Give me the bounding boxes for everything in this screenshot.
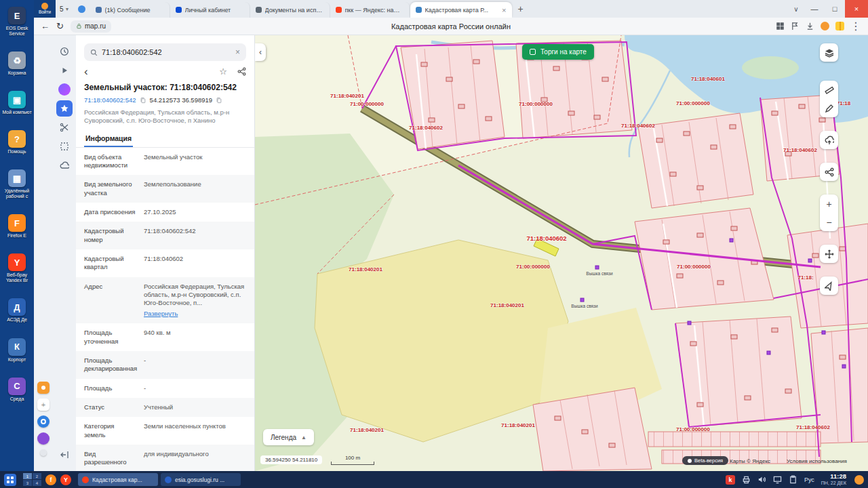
tray-edge-icon[interactable]	[854, 475, 864, 485]
dock-orange-icon[interactable]	[37, 382, 50, 394]
dock-target-icon[interactable]	[37, 415, 50, 428]
dock-add-icon[interactable]: +	[37, 399, 50, 411]
app-launcher-icon[interactable]	[4, 474, 16, 486]
tab-count: 5	[60, 5, 64, 13]
browser-tab[interactable]: Личный кабинет	[170, 2, 250, 18]
tab-information[interactable]: Информация	[84, 130, 133, 147]
page-title: Кадастровая карта России онлайн	[34, 22, 868, 30]
clipboard-icon[interactable]	[789, 475, 797, 484]
cadastral-map[interactable]: 71:18:04020171:00:00000071:18:04060271:0…	[255, 35, 868, 471]
volume-icon[interactable]	[757, 475, 766, 484]
search-box[interactable]: ×	[84, 43, 246, 61]
gift-icon[interactable]	[835, 22, 844, 30]
desktop-icon-yandex-browser[interactable]: YВеб-брау Yandex Br	[1, 253, 33, 283]
back-icon[interactable]: ←	[41, 21, 50, 31]
pinned-tab[interactable]	[74, 1, 90, 16]
address-bar[interactable]: map.ru	[71, 20, 111, 33]
workspace-3[interactable]: 3	[23, 480, 32, 486]
copy-icon[interactable]	[140, 97, 146, 104]
panel-nav: ‹ ☆	[76, 64, 254, 79]
zoom-in-button[interactable]: +	[820, 195, 838, 213]
locate-icon[interactable]	[820, 277, 838, 295]
taskbar-window-button[interactable]: esia.gosuslugi.ru ...	[161, 473, 241, 486]
close-button[interactable]: ×	[845, 0, 868, 18]
extensions-icon[interactable]	[776, 22, 785, 30]
zoom-out-button[interactable]: −	[820, 213, 838, 231]
upload-icon[interactable]	[820, 131, 838, 149]
desktop-icon-firefox[interactable]: FFirefox E	[1, 214, 33, 239]
scissors-icon[interactable]	[56, 119, 73, 136]
downloads-icon[interactable]	[806, 22, 814, 30]
date-text: ПН, 22 ДЕК	[821, 481, 846, 486]
cadastral-number-link[interactable]: 71:18:040602:542	[84, 96, 136, 104]
display-icon[interactable]	[773, 475, 782, 484]
torgi-checkbox[interactable]	[530, 49, 536, 55]
favorites-star-icon[interactable]	[56, 100, 73, 117]
browser-tab[interactable]: Документы на исполнени	[250, 2, 330, 18]
terms-link[interactable]: Условия использования	[787, 458, 847, 464]
tab-title: Личный кабинет	[185, 7, 244, 14]
desktop-icon-remote-desktop[interactable]: ▦Удалённый рабочий с	[1, 169, 33, 199]
info-row-label: Кадастровый квартал	[84, 255, 144, 272]
favorite-star-icon[interactable]: ☆	[219, 66, 227, 77]
torgi-na-karte-button[interactable]: Торги на карте	[522, 44, 594, 60]
desktop-icon-help[interactable]: ?Помощь	[1, 130, 33, 155]
screenshot-area-icon[interactable]	[56, 138, 73, 155]
browser-tab[interactable]: пкк — Яндекс: нашлось	[330, 2, 410, 18]
pan-icon[interactable]	[820, 245, 838, 263]
tab-counter-button[interactable]: 5 ▼	[56, 5, 74, 13]
play-icon[interactable]	[56, 62, 73, 79]
map-share-icon[interactable]	[820, 163, 838, 181]
desktop-icon-sreda[interactable]: ССреда	[1, 378, 33, 402]
copy-icon[interactable]	[216, 97, 222, 104]
legend-button[interactable]: Легенда ▲	[263, 429, 314, 445]
clock[interactable]: 11:28 ПН, 22 ДЕК	[821, 473, 846, 486]
pencil-icon[interactable]	[820, 99, 838, 117]
desktop-icon-my-computer[interactable]: ▣Мой компьют	[1, 91, 33, 115]
tab-search-icon[interactable]: ∨	[788, 5, 804, 13]
remote-desktop-icon: ▦	[8, 169, 26, 187]
alice-assistant-icon[interactable]	[56, 81, 73, 98]
desktop-icon-eos[interactable]: EEOS Desk Service	[1, 7, 33, 37]
language-indicator[interactable]: Рус	[804, 476, 814, 483]
collapse-panel-button[interactable]: ‹	[255, 43, 266, 61]
cadastral-quarter-label: 71:00:000000	[516, 264, 550, 270]
workspace-2[interactable]: 2	[33, 473, 41, 479]
hide-panel-icon[interactable]	[56, 447, 73, 463]
info-row: Дата присвоения27.10.2025	[76, 203, 254, 222]
cloud-icon[interactable]	[56, 157, 73, 174]
layers-icon[interactable]	[820, 43, 838, 62]
profile-avatar-icon[interactable]	[821, 22, 829, 30]
workspace-4[interactable]: 4	[33, 480, 41, 486]
dock-dot-icon[interactable]	[40, 449, 47, 456]
desktop-icon-label: Помощь	[1, 149, 33, 155]
yandex-taskbar-icon[interactable]: Y	[60, 474, 71, 485]
share-icon[interactable]	[237, 67, 246, 76]
workspace-1[interactable]: 1	[23, 473, 32, 479]
panel-back-button[interactable]: ‹	[84, 66, 88, 77]
profile-login-button[interactable]: Войти	[34, 0, 56, 18]
bookmark-flag-icon[interactable]	[791, 22, 800, 30]
maximize-button[interactable]: □	[825, 0, 845, 18]
menu-dots-icon[interactable]: ⋮	[850, 20, 861, 33]
search-input[interactable]	[102, 48, 231, 56]
desktop-icon-korport[interactable]: ККорпорт	[1, 338, 33, 363]
browser-tab[interactable]: (1k) Сообщение	[90, 2, 170, 18]
dock-purple-icon[interactable]	[37, 432, 50, 445]
browser-tab[interactable]: Кадастровая карта Р...×	[410, 2, 512, 18]
reload-icon[interactable]: ↻	[56, 21, 64, 31]
clear-search-icon[interactable]: ×	[235, 47, 240, 57]
minimize-button[interactable]: —	[804, 0, 825, 18]
desktop-icon-trash[interactable]: ♻Корзина	[1, 52, 33, 76]
tab-close-icon[interactable]: ×	[502, 6, 506, 14]
tray-app-icon[interactable]: k	[726, 475, 735, 485]
time-text: 11:28	[821, 473, 846, 481]
new-tab-button[interactable]: +	[512, 3, 530, 14]
desktop-icon-ased[interactable]: ДАСЭД Де	[1, 298, 33, 323]
ruler-icon[interactable]	[820, 81, 838, 99]
printer-icon[interactable]	[742, 475, 751, 484]
expand-link[interactable]: Развернуть	[144, 310, 178, 318]
firefox-taskbar-icon[interactable]: f	[45, 474, 56, 485]
history-icon[interactable]	[56, 43, 73, 60]
taskbar-window-button[interactable]: Кадастровая кар...	[78, 473, 158, 486]
